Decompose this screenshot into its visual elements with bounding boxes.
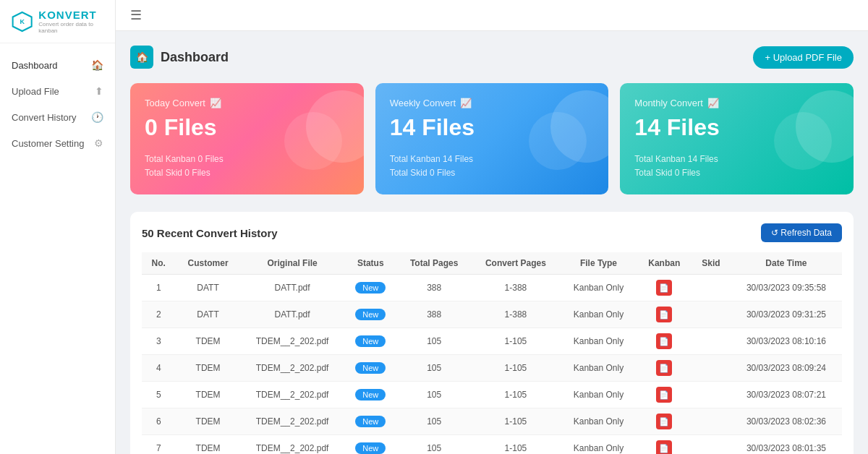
history-icon: 🕐: [91, 111, 103, 123]
table-row: 4 TDEM TDEM__2_202.pdf New 105 1-105 Kan…: [142, 355, 842, 382]
cell-file: DATT.pdf: [241, 301, 344, 328]
cell-no: 6: [142, 408, 176, 435]
sidebar-label-convert-history: Convert History: [12, 112, 77, 123]
sidebar-item-convert-history[interactable]: Convert History 🕐: [0, 104, 115, 130]
cell-total-pages: 105: [397, 382, 471, 408]
cell-convert-pages: 1-105: [471, 328, 560, 355]
cell-total-pages: 105: [397, 435, 471, 454]
cell-kanban: 📄: [637, 301, 692, 328]
cell-file-type: Kanban Only: [561, 382, 637, 408]
history-table: No. Customer Original File Status Total …: [142, 252, 842, 454]
kanban-icon-btn[interactable]: 📄: [656, 440, 672, 454]
status-badge: New: [355, 362, 386, 374]
cell-status: New: [344, 408, 397, 435]
cell-status: New: [344, 301, 397, 328]
kanban-icon-btn[interactable]: 📄: [656, 387, 672, 403]
table-body: 1 DATT DATT.pdf New 388 1-388 Kanban Onl…: [142, 275, 842, 454]
cell-convert-pages: 1-105: [471, 435, 560, 454]
refresh-button[interactable]: ↺ Refresh Data: [761, 223, 842, 242]
topbar: ☰: [116, 0, 868, 31]
cell-date: 30/03/2023 08:10:16: [731, 328, 842, 355]
upload-pdf-button[interactable]: + Upload PDF File: [753, 46, 854, 69]
status-badge: New: [355, 282, 386, 294]
history-header: 50 Recent Convert History ↺ Refresh Data: [142, 223, 842, 242]
sidebar-item-upload[interactable]: Upload File ⬆: [0, 78, 115, 104]
cell-skid: [692, 435, 731, 454]
cell-status: New: [344, 355, 397, 382]
cell-customer: TDEM: [176, 382, 241, 408]
kanban-icon-btn[interactable]: 📄: [656, 280, 672, 296]
cell-skid: [692, 408, 731, 435]
logo-subtitle: Convert order data to kanban: [38, 21, 103, 34]
page-header: 🏠 Dashboard + Upload PDF File: [130, 46, 854, 69]
logo-title: KONVERT: [38, 9, 103, 21]
cell-status: New: [344, 435, 397, 454]
table-row: 5 TDEM TDEM__2_202.pdf New 105 1-105 Kan…: [142, 382, 842, 408]
history-section: 50 Recent Convert History ↺ Refresh Data…: [130, 212, 854, 454]
sidebar-item-customer-setting[interactable]: Customer Setting ⚙: [0, 130, 115, 156]
col-file-type: File Type: [561, 252, 637, 275]
page-content: 🏠 Dashboard + Upload PDF File Today Conv…: [116, 31, 868, 454]
cell-skid: [692, 328, 731, 355]
table-row: 7 TDEM TDEM__2_202.pdf New 105 1-105 Kan…: [142, 435, 842, 454]
cell-convert-pages: 1-105: [471, 355, 560, 382]
cell-kanban: 📄: [637, 275, 692, 301]
svg-text:K: K: [20, 18, 25, 25]
cell-status: New: [344, 328, 397, 355]
cell-date: 30/03/2023 08:07:21: [731, 382, 842, 408]
sidebar-label-upload: Upload File: [12, 86, 59, 97]
cell-file: DATT.pdf: [241, 275, 344, 301]
cell-kanban: 📄: [637, 328, 692, 355]
hamburger-menu[interactable]: ☰: [130, 7, 142, 23]
col-skid: Skid: [692, 252, 731, 275]
cell-no: 4: [142, 355, 176, 382]
col-status: Status: [344, 252, 397, 275]
cell-customer: TDEM: [176, 355, 241, 382]
cell-file: TDEM__2_202.pdf: [241, 328, 344, 355]
kanban-icon-btn[interactable]: 📄: [656, 414, 672, 429]
cell-kanban: 📄: [637, 355, 692, 382]
cell-total-pages: 388: [397, 301, 471, 328]
table-header: No. Customer Original File Status Total …: [142, 252, 842, 275]
sidebar-nav: Dashboard 🏠 Upload File ⬆ Convert Histor…: [0, 43, 115, 165]
dashboard-icon: 🏠: [130, 46, 153, 69]
cell-convert-pages: 1-388: [471, 301, 560, 328]
cell-file: TDEM__2_202.pdf: [241, 435, 344, 454]
cell-file: TDEM__2_202.pdf: [241, 408, 344, 435]
logo: K KONVERT Convert order data to kanban: [0, 0, 115, 43]
col-date-time: Date Time: [731, 252, 842, 275]
cell-skid: [692, 275, 731, 301]
history-title: 50 Recent Convert History: [142, 227, 278, 239]
table-row: 3 TDEM TDEM__2_202.pdf New 105 1-105 Kan…: [142, 328, 842, 355]
cell-customer: DATT: [176, 275, 241, 301]
sidebar-label-customer-setting: Customer Setting: [12, 138, 84, 149]
kanban-icon-btn[interactable]: 📄: [656, 360, 672, 376]
col-convert-pages: Convert Pages: [471, 252, 560, 275]
kanban-icon-btn[interactable]: 📄: [656, 333, 672, 349]
page-title-area: 🏠 Dashboard: [130, 46, 229, 69]
cell-status: New: [344, 382, 397, 408]
cell-file-type: Kanban Only: [561, 328, 637, 355]
cell-file-type: Kanban Only: [561, 275, 637, 301]
cell-no: 1: [142, 275, 176, 301]
monthly-title: Monthly Convert 📈: [634, 98, 839, 108]
cell-date: 30/03/2023 09:31:25: [731, 301, 842, 328]
cell-customer: TDEM: [176, 328, 241, 355]
cell-skid: [692, 301, 731, 328]
cell-kanban: 📄: [637, 435, 692, 454]
kanban-icon-btn[interactable]: 📄: [656, 307, 672, 322]
status-badge: New: [355, 309, 386, 320]
sidebar: K KONVERT Convert order data to kanban D…: [0, 0, 116, 454]
stat-card-today: Today Convert 📈 0 Files Total Kanban 0 F…: [130, 83, 364, 194]
main-content: ☰ 🏠 Dashboard + Upload PDF File Today Co…: [116, 0, 868, 454]
cell-convert-pages: 1-105: [471, 382, 560, 408]
cell-date: 30/03/2023 08:01:35: [731, 435, 842, 454]
sidebar-item-dashboard[interactable]: Dashboard 🏠: [0, 52, 115, 78]
weekly-detail: Total Kanban 14 Files Total Skid 0 Files: [390, 153, 595, 180]
table-row: 1 DATT DATT.pdf New 388 1-388 Kanban Onl…: [142, 275, 842, 301]
cell-total-pages: 105: [397, 355, 471, 382]
monthly-detail: Total Kanban 14 Files Total Skid 0 Files: [634, 153, 839, 180]
stat-card-monthly: Monthly Convert 📈 14 Files Total Kanban …: [620, 83, 854, 194]
stats-grid: Today Convert 📈 0 Files Total Kanban 0 F…: [130, 83, 854, 194]
status-badge: New: [355, 389, 386, 401]
